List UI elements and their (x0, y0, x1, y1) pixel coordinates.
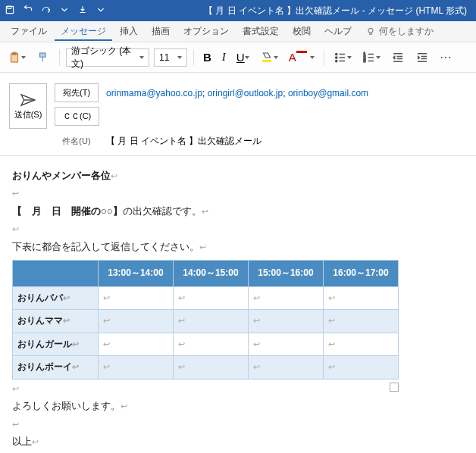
svg-rect-6 (262, 60, 271, 62)
table-cell[interactable]: ↩ (173, 310, 248, 333)
redo-icon[interactable] (41, 5, 52, 17)
menu-help[interactable]: ヘルプ (318, 22, 358, 41)
table-cell[interactable]: ↩ (248, 333, 323, 356)
to-field[interactable]: orinmama@yahoo.co.jp; oringirl@outlook.j… (106, 88, 467, 98)
cc-button[interactable]: ＣＣ(C) (55, 107, 99, 126)
table-cell[interactable]: ↩ (173, 286, 248, 310)
window-title: 【 月 日 イベント名 】出欠確認メール - メッセージ (HTML 形式) (106, 5, 471, 17)
bullets-button[interactable] (330, 49, 355, 66)
undo-icon[interactable] (23, 5, 33, 17)
recipient-1[interactable]: orinmama@yahoo.co.jp (106, 88, 202, 98)
subject-label: 件名(U) (55, 136, 99, 147)
recipient-3[interactable]: orinboy@gmail.com (288, 88, 368, 98)
body-closing2: 以上 (12, 436, 32, 447)
send-label: 送信(S) (14, 110, 42, 119)
increase-indent-button[interactable] (412, 49, 432, 66)
save-icon[interactable] (5, 5, 15, 17)
font-name: 游ゴシック (本文) (71, 45, 136, 70)
table-header-4: 16:00～17:00 (323, 260, 398, 286)
decrease-indent-button[interactable] (388, 49, 408, 66)
subject-field[interactable]: 【 月 日 イベント名 】出欠確認メール (106, 135, 467, 148)
font-size: 11 (159, 52, 169, 63)
body-event: 【 月 日 開催の○○】 (12, 205, 123, 217)
format-painter-button[interactable] (33, 49, 53, 66)
menu-draw[interactable]: 描画 (146, 22, 176, 41)
to-button[interactable]: 宛先(T) (55, 83, 99, 102)
menu-insert[interactable]: 挿入 (114, 22, 144, 41)
table-resize-handle[interactable] (390, 383, 399, 392)
body-greeting: おりんやメンバー各位 (12, 170, 111, 181)
table-cell[interactable]: ↩ (248, 356, 323, 380)
body-closing1: よろしくお願いします。 (12, 400, 121, 411)
send-button[interactable]: 送信(S) (9, 83, 47, 129)
message-body[interactable]: おりんやメンバー各位↩ ↩ 【 月 日 開催の○○】の出欠確認です。↩ ↩ 下表… (0, 156, 476, 453)
menu-file[interactable]: ファイル (5, 22, 53, 41)
svg-point-12 (335, 60, 337, 61)
bold-button[interactable]: B (200, 49, 215, 65)
font-selector[interactable]: 游ゴシック (本文) (66, 48, 149, 67)
table-cell[interactable]: ↩ (98, 286, 173, 310)
paste-button[interactable] (5, 49, 29, 66)
table-cell[interactable]: ↩ (323, 333, 398, 356)
svg-rect-1 (8, 6, 11, 8)
table-row-name: おりんパパ↩ (13, 286, 99, 310)
table-cell[interactable]: ↩ (323, 310, 398, 333)
numbering-button[interactable]: 123 (359, 49, 384, 66)
svg-rect-7 (296, 51, 307, 53)
table-cell[interactable]: ↩ (98, 333, 173, 356)
font-size-selector[interactable]: 11 (154, 48, 187, 67)
table-cell[interactable]: ↩ (98, 310, 173, 333)
recipient-2[interactable]: oringirl@outlook.jp (208, 88, 283, 98)
highlight-button[interactable] (257, 49, 281, 66)
table-row-name: おりんボーイ↩ (13, 356, 99, 380)
table-header-3: 15:00～16:00 (248, 260, 323, 286)
schedule-table[interactable]: 13:00～14:00 14:00～15:00 15:00～16:00 16:0… (12, 260, 399, 380)
svg-rect-4 (13, 52, 17, 55)
table-cell[interactable]: ↩ (248, 286, 323, 310)
table-cell[interactable]: ↩ (248, 310, 323, 333)
more-options-button[interactable]: ⋯ (437, 48, 456, 66)
font-color-button[interactable]: A (286, 49, 318, 66)
table-row-name: おりんガール↩ (13, 333, 99, 356)
body-event-suffix: の出欠確認です。 (123, 205, 202, 217)
table-cell[interactable]: ↩ (98, 356, 173, 380)
svg-text:3: 3 (363, 58, 365, 63)
more-chevron-icon[interactable] (96, 5, 106, 17)
table-header-1: 13:00～14:00 (98, 260, 173, 286)
table-header-empty (13, 260, 99, 286)
menu-options[interactable]: オプション (177, 22, 235, 41)
body-instruction: 下表に都合を記入して返信してください。 (12, 241, 199, 252)
table-cell[interactable]: ↩ (323, 286, 398, 310)
italic-button[interactable]: I (219, 49, 229, 65)
table-header-2: 14:00～15:00 (173, 260, 248, 286)
underline-button[interactable]: U (233, 49, 252, 65)
menu-format[interactable]: 書式設定 (236, 22, 285, 41)
table-cell[interactable]: ↩ (173, 333, 248, 356)
tellme-label: 何をしますか (379, 25, 434, 38)
message-header: 送信(S) 宛先(T) orinmama@yahoo.co.jp; oringi… (0, 73, 476, 156)
tellme-search[interactable]: 何をしますか (365, 25, 434, 38)
chevron-down-icon[interactable] (59, 5, 70, 17)
svg-point-2 (368, 28, 373, 33)
svg-point-10 (335, 56, 337, 58)
table-row-name: おりんママ↩ (13, 310, 99, 333)
menubar: ファイル メッセージ 挿入 描画 オプション 書式設定 校閲 ヘルプ 何をします… (0, 21, 476, 42)
menu-message[interactable]: メッセージ (55, 22, 112, 41)
svg-rect-5 (40, 53, 46, 57)
table-cell[interactable]: ↩ (323, 356, 398, 380)
dropdown-icon[interactable] (77, 5, 88, 17)
titlebar: 【 月 日 イベント名 】出欠確認メール - メッセージ (HTML 形式) (0, 0, 476, 21)
table-cell[interactable]: ↩ (173, 356, 248, 380)
menu-review[interactable]: 校閲 (287, 22, 317, 41)
toolbar: 游ゴシック (本文) 11 B I U A 123 ⋯ (0, 42, 476, 73)
svg-point-8 (335, 53, 337, 55)
